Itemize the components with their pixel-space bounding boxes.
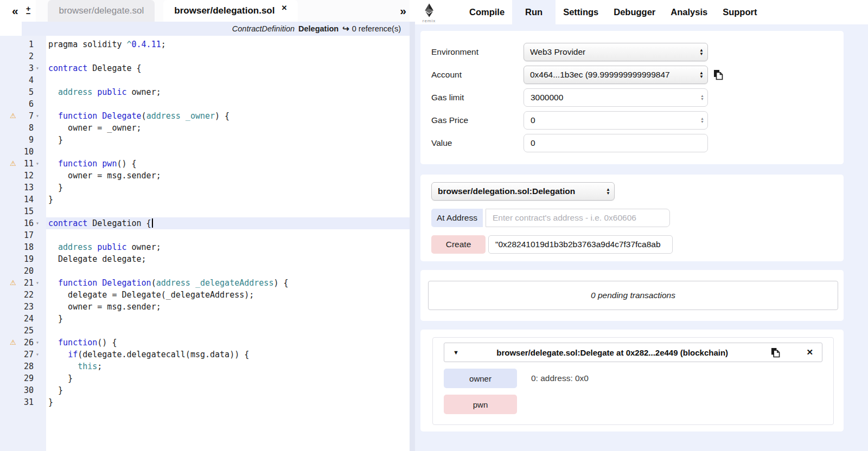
code-line[interactable]: 31} — [0, 396, 410, 408]
code-line[interactable]: ⚠26▾ function() { — [0, 337, 410, 349]
code-line[interactable]: 1pragma solidity ^0.4.11; — [0, 38, 410, 50]
zoom-in-out-icon[interactable]: +− — [26, 6, 31, 16]
code-line[interactable]: 2 — [0, 50, 410, 62]
collapse-instance-icon[interactable]: ▼ — [453, 349, 459, 356]
code-line[interactable]: 15 — [0, 205, 410, 217]
line-number[interactable]: 18 — [0, 241, 34, 253]
fold-arrow-icon[interactable]: ▾ — [36, 62, 43, 74]
line-number[interactable]: 22 — [0, 289, 34, 301]
code-line[interactable]: 25 — [0, 325, 410, 337]
line-number[interactable]: 25 — [0, 325, 34, 337]
references-link[interactable]: ↪ 0 reference(s) — [342, 24, 401, 34]
value-input[interactable] — [524, 134, 708, 152]
line-number[interactable]: 19 — [0, 253, 34, 265]
line-number[interactable]: 30 — [0, 384, 34, 396]
gas-price-input[interactable] — [524, 111, 708, 130]
line-number[interactable]: 1 — [0, 38, 34, 50]
line-number[interactable]: 21 — [0, 277, 34, 289]
code-line[interactable]: 8 owner = _owner; — [0, 122, 410, 134]
line-number[interactable]: 12 — [0, 170, 34, 182]
line-number[interactable]: 9 — [0, 134, 34, 146]
code-line[interactable]: 23 owner = msg.sender; — [0, 301, 410, 313]
line-number[interactable]: 2 — [0, 50, 34, 62]
fold-arrow-icon[interactable]: ▾ — [36, 158, 43, 170]
code-line[interactable]: 30 } — [0, 384, 410, 396]
create-button[interactable]: Create — [431, 235, 486, 254]
line-number[interactable]: 11 — [0, 158, 34, 170]
code-line[interactable]: 24 } — [0, 313, 410, 325]
line-number[interactable]: 20 — [0, 265, 34, 277]
nav-tab-compile[interactable]: Compile — [462, 0, 512, 24]
code-line[interactable]: 12 owner = msg.sender; — [0, 170, 410, 182]
nav-tab-settings[interactable]: Settings — [556, 0, 606, 24]
owner-function-button[interactable]: owner — [444, 369, 517, 388]
code-line[interactable]: 17 — [0, 229, 410, 241]
fold-arrow-icon[interactable]: ▾ — [36, 110, 43, 122]
line-number[interactable]: 10 — [0, 146, 34, 158]
code-line[interactable]: 6 — [0, 98, 410, 110]
line-number[interactable]: 4 — [0, 74, 34, 86]
line-number[interactable]: 17 — [0, 229, 34, 241]
code-line[interactable]: 13 } — [0, 182, 410, 194]
code-line[interactable]: 27▾ if(delegate.delegatecall(msg.data)) … — [0, 349, 410, 360]
code-line[interactable]: 9 } — [0, 134, 410, 146]
fold-arrow-icon[interactable]: ▾ — [36, 277, 43, 289]
line-number[interactable]: 5 — [0, 86, 34, 98]
fold-arrow-icon[interactable]: ▾ — [36, 337, 43, 349]
nav-tab-run[interactable]: Run — [512, 0, 556, 24]
number-spinner-icon[interactable]: ▲▼ — [700, 117, 704, 124]
line-number[interactable]: 8 — [0, 122, 34, 134]
code-editor[interactable]: 1pragma solidity ^0.4.11;23▾contract Del… — [0, 36, 410, 451]
more-tabs-icon[interactable]: » — [400, 4, 406, 17]
line-number[interactable]: 6 — [0, 98, 34, 110]
gas-limit-input[interactable] — [524, 88, 708, 107]
at-address-input[interactable] — [486, 209, 670, 227]
code-line[interactable]: ⚠21▾ function Delegation(address _delega… — [0, 277, 410, 289]
code-line[interactable]: 20 — [0, 265, 410, 277]
line-number[interactable]: 15 — [0, 205, 34, 217]
fold-arrow-icon[interactable]: ▾ — [36, 349, 43, 360]
number-spinner-icon[interactable]: ▲▼ — [700, 94, 704, 101]
remove-instance-icon[interactable]: ✕ — [806, 347, 813, 357]
line-number[interactable]: 13 — [0, 182, 34, 194]
compiled-contract-select[interactable]: browser/delegation.sol:Delegation ▲▼ — [431, 182, 615, 201]
line-number[interactable]: 24 — [0, 313, 34, 325]
code-line[interactable]: 18 address public owner; — [0, 241, 410, 253]
nav-tab-analysis[interactable]: Analysis — [663, 0, 715, 24]
code-line[interactable]: 22 delegate = Delegate(_delegateAddress)… — [0, 289, 410, 301]
code-line[interactable]: 10 — [0, 146, 410, 158]
code-line[interactable]: 29 } — [0, 372, 410, 384]
at-address-button[interactable]: At Address — [431, 209, 483, 227]
copy-account-icon[interactable] — [713, 69, 723, 80]
code-line[interactable]: 5 address public owner; — [0, 86, 410, 98]
code-line[interactable]: 14} — [0, 194, 410, 205]
code-line[interactable]: 3▾contract Delegate { — [0, 62, 410, 74]
line-number[interactable]: 23 — [0, 301, 34, 313]
line-number[interactable]: 29 — [0, 372, 34, 384]
tab-browser-delegate-sol[interactable]: browser/delegate.sol — [48, 0, 155, 22]
panel-divider[interactable] — [410, 22, 415, 451]
line-number[interactable]: 14 — [0, 194, 34, 205]
fold-arrow-icon[interactable]: ▾ — [36, 217, 43, 229]
code-line[interactable]: ⚠7▾ function Delegate(address _owner) { — [0, 110, 410, 122]
line-number[interactable]: 3 — [0, 62, 34, 74]
collapse-panel-icon[interactable]: « — [12, 4, 18, 17]
code-line[interactable]: 4 — [0, 74, 410, 86]
code-line[interactable]: 19 Delegate delegate; — [0, 253, 410, 265]
account-select[interactable]: 0x464...1b3ec (99.999999999999847 ▲▼ — [524, 66, 708, 84]
code-line[interactable]: ⚠11▾ function pwn() { — [0, 158, 410, 170]
copy-address-icon[interactable] — [771, 347, 780, 358]
create-args-input[interactable] — [488, 235, 673, 254]
environment-select[interactable]: Web3 Provider ▲▼ — [524, 43, 708, 61]
line-number[interactable]: 26 — [0, 337, 34, 349]
pwn-function-button[interactable]: pwn — [444, 395, 517, 414]
line-number[interactable]: 27 — [0, 349, 34, 360]
nav-tab-debugger[interactable]: Debugger — [606, 0, 663, 24]
close-tab-icon[interactable]: ✕ — [281, 4, 287, 12]
code-line[interactable]: 16▾contract Delegation { — [0, 217, 410, 229]
line-number[interactable]: 7 — [0, 110, 34, 122]
line-number[interactable]: 31 — [0, 396, 34, 408]
tab-browser-delegation-sol[interactable]: browser/delegation.sol ✕ — [163, 0, 298, 22]
line-number[interactable]: 28 — [0, 360, 34, 372]
line-number[interactable]: 16 — [0, 217, 34, 229]
